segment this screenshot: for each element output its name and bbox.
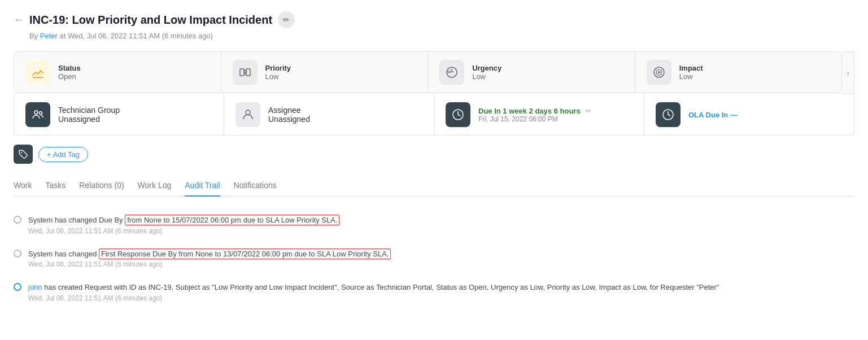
- tab-relations[interactable]: Relations (0): [79, 175, 124, 197]
- audit-time: Wed, Jul 06, 2022 11:51 AM (6 minutes ag…: [28, 227, 854, 235]
- svg-point-10: [34, 111, 38, 114]
- urgency-icon: [439, 60, 464, 85]
- svg-line-15: [458, 115, 460, 116]
- impact-card[interactable]: Impact Low: [635, 52, 842, 93]
- audit-trail-list: System has changed Due By from None to 1…: [14, 208, 854, 309]
- author-link[interactable]: Peter: [40, 32, 58, 40]
- priority-value: Low: [265, 72, 291, 81]
- audit-highlight: from None to 15/07/2022 06:00 pm due to …: [125, 215, 339, 225]
- impact-label: Impact: [679, 64, 703, 72]
- edit-icon: ✏: [283, 15, 290, 24]
- audit-dot: [14, 283, 21, 291]
- assignee-value: Unassigned: [268, 115, 310, 124]
- audit-text: System has changed Due By from None to 1…: [28, 215, 854, 226]
- audit-dot: [14, 250, 21, 258]
- due-in-date: Fri, Jul 15, 2022 06:00 PM: [478, 115, 591, 123]
- urgency-value: Low: [472, 72, 501, 81]
- status-icon: [25, 60, 50, 85]
- tab-tasks[interactable]: Tasks: [45, 175, 66, 197]
- status-value: Open: [58, 72, 81, 81]
- assignee-label: Assignee: [268, 106, 310, 115]
- assignee-icon: [235, 102, 260, 127]
- audit-item: john has created Request with ID as INC-…: [14, 275, 854, 309]
- assignee-card[interactable]: Assignee Unassigned: [224, 94, 434, 135]
- audit-content: System has changed First Response Due By…: [28, 249, 854, 269]
- add-tag-button[interactable]: + Add Tag: [38, 147, 88, 162]
- svg-point-12: [246, 110, 250, 115]
- technician-group-value: Unassigned: [58, 115, 120, 124]
- technician-group-label: Technician Group: [58, 106, 120, 115]
- tab-work-log[interactable]: Work Log: [138, 175, 172, 197]
- audit-content: john has created Request with ID as INC-…: [28, 282, 854, 302]
- due-in-icon: [446, 102, 470, 127]
- page-title: INC-19: Low Priority and Low Impact Inci…: [29, 14, 272, 27]
- audit-dot: [14, 216, 21, 224]
- priority-label: Priority: [265, 64, 291, 72]
- priority-icon: [233, 60, 258, 85]
- svg-point-9: [658, 71, 660, 73]
- audit-time: Wed, Jul 06, 2022 11:51 AM (6 minutes ag…: [28, 260, 854, 268]
- ola-due-in-label: OLA Due In ---: [688, 111, 738, 119]
- impact-icon: [647, 60, 671, 85]
- audit-text: System has changed First Response Due By…: [28, 249, 854, 260]
- svg-rect-4: [448, 71, 451, 73]
- svg-point-11: [40, 112, 42, 115]
- due-in-label: Due In 1 week 2 days 6 hours: [478, 107, 581, 115]
- expand-chevron[interactable]: ›: [842, 51, 854, 94]
- audit-author-link[interactable]: john: [28, 283, 42, 291]
- technician-group-icon: [25, 102, 50, 127]
- svg-rect-1: [240, 69, 244, 76]
- audit-text: john has created Request with ID as INC-…: [28, 282, 854, 293]
- tag-icon-button[interactable]: [14, 145, 33, 164]
- tab-work[interactable]: Work: [14, 175, 32, 197]
- status-card[interactable]: Status Open: [14, 52, 221, 93]
- audit-time: Wed, Jul 06, 2022 11:51 AM (6 minutes ag…: [28, 294, 854, 302]
- svg-point-19: [21, 152, 22, 153]
- svg-line-6: [452, 71, 453, 72]
- tab-audit-trail[interactable]: Audit Trail: [185, 175, 220, 197]
- audit-content: System has changed Due By from None to 1…: [28, 215, 854, 235]
- urgency-label: Urgency: [472, 64, 501, 72]
- due-in-card[interactable]: Due In 1 week 2 days 6 hours ✏ Fri, Jul …: [434, 94, 644, 135]
- back-button[interactable]: ←: [14, 14, 24, 26]
- audit-highlight: First Response Due By from None to 13/07…: [99, 249, 391, 259]
- svg-rect-2: [246, 69, 250, 76]
- ola-icon: [656, 102, 681, 127]
- technician-group-card[interactable]: Technician Group Unassigned: [14, 94, 224, 135]
- priority-card[interactable]: Priority Low: [221, 52, 429, 93]
- impact-value: Low: [679, 72, 703, 81]
- status-label: Status: [58, 64, 81, 72]
- audit-item: System has changed Due By from None to 1…: [14, 208, 854, 242]
- tabs-bar: Work Tasks Relations (0) Work Log Audit …: [14, 175, 854, 197]
- audit-item: System has changed First Response Due By…: [14, 242, 854, 276]
- due-in-edit-icon[interactable]: ✏: [585, 107, 591, 115]
- ola-due-in-card[interactable]: OLA Due In ---: [644, 94, 854, 135]
- edit-title-button[interactable]: ✏: [278, 11, 295, 28]
- urgency-card[interactable]: Urgency Low: [428, 52, 635, 93]
- tab-notifications[interactable]: Notifications: [234, 175, 277, 197]
- add-tag-label: + Add Tag: [47, 150, 80, 159]
- page-meta: By Peter at Wed, Jul 06, 2022 11:51 AM (…: [29, 32, 854, 40]
- svg-line-18: [668, 115, 670, 116]
